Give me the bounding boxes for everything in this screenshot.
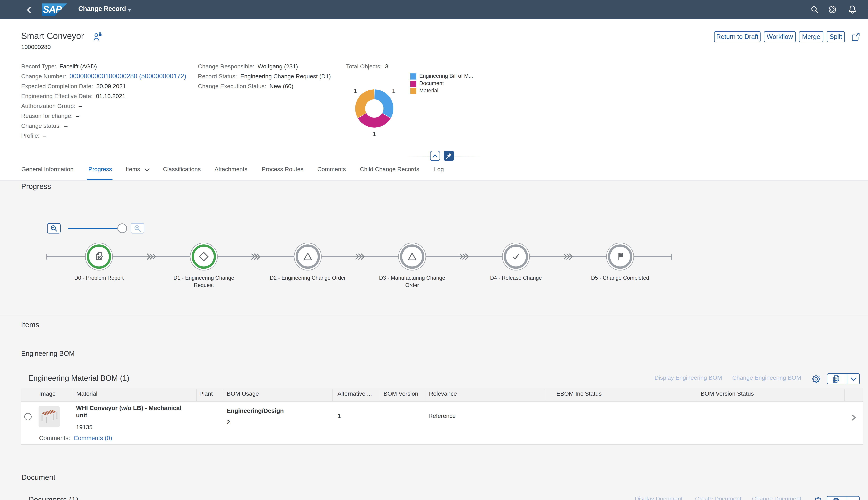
svg-text:SAP: SAP <box>43 4 62 15</box>
